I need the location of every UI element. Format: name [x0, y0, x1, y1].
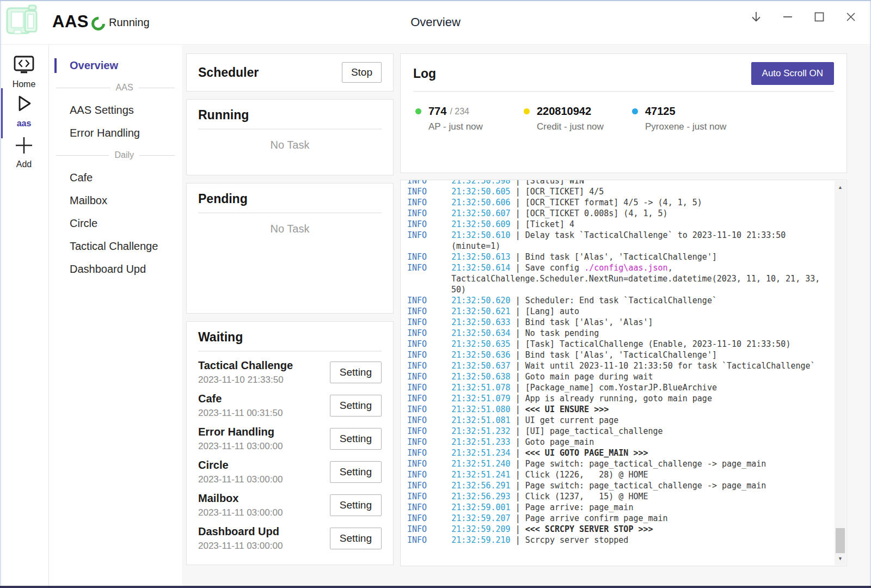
log-timestamp: 21:32:50.606 — [451, 198, 510, 207]
log-level: INFO — [407, 383, 451, 393]
log-message: Goto page_main — [525, 437, 594, 447]
log-separator: | — [511, 437, 525, 447]
log-message: [Task] TacticalChallenge (Enable, 2023-1… — [525, 339, 791, 349]
stat-suffix: / 234 — [450, 107, 469, 117]
log-message: Page arrive confirm page_main — [525, 513, 668, 523]
nav-item-dashboard-upd[interactable]: Dashboard Upd — [50, 258, 181, 280]
log-timestamp: 21:32:50.609 — [451, 219, 510, 229]
log-separator: | — [511, 307, 525, 316]
log-message: [Status] WIN — [525, 180, 584, 186]
log-message: App is already running, goto main page — [525, 394, 712, 403]
log-entry: INFO 21:32:50.620 | Scheduler: End task … — [407, 295, 822, 306]
waiting-task-info: Dashboard Upd2023-11-11 03:00:00 — [198, 525, 283, 552]
log-separator: | — [511, 492, 525, 501]
waiting-task-info: Error Handling2023-11-11 03:00:00 — [198, 426, 283, 452]
scheduler-panel: Scheduler Stop — [186, 53, 394, 91]
setting-button[interactable]: Setting — [330, 395, 382, 416]
log-stats: 774/ 234AP - just now220810942Credit - j… — [415, 105, 834, 132]
log-content: INFO 21:32:50.598 | [Status] WININFO 21:… — [407, 180, 822, 546]
waiting-task-time: 2023-11-11 03:00:00 — [198, 507, 283, 518]
log-entry: INFO 21:32:50.634 | No task pending — [407, 328, 822, 339]
waiting-task-info: Cafe2023-11-11 00:31:50 — [198, 393, 283, 419]
log-separator: | — [511, 535, 525, 545]
stop-button[interactable]: Stop — [342, 62, 382, 83]
nav-item-circle[interactable]: Circle — [50, 212, 181, 235]
log-message: Click (1237, 15) @ HOME — [525, 492, 648, 501]
log-entry: INFO 21:32:59.207 | Page arrive confirm … — [407, 513, 822, 524]
divider-line — [139, 88, 175, 88]
nav-item-tactical-challenge[interactable]: Tactical Challenge — [50, 235, 181, 258]
log-level: INFO — [407, 372, 451, 382]
log-timestamp: 21:32:50.607 — [451, 209, 510, 218]
setting-button[interactable]: Setting — [330, 428, 382, 450]
nav-item-overview[interactable]: Overview — [50, 54, 181, 77]
running-spinner-icon — [89, 14, 108, 33]
log-level: INFO — [407, 492, 451, 501]
update-download-button[interactable] — [749, 10, 763, 24]
nav-item-aas-settings[interactable]: AAS Settings — [50, 99, 181, 121]
log-level: INFO — [407, 296, 451, 305]
log-stat-ap: 774/ 234AP - just now — [415, 105, 524, 132]
log-timestamp: 21:32:51.240 — [451, 459, 510, 469]
nav-item-error-handling[interactable]: Error Handling — [50, 121, 181, 144]
log-scrollbar[interactable]: ▲ ▼ — [835, 181, 846, 565]
minimize-button[interactable] — [781, 10, 795, 24]
setting-button[interactable]: Setting — [330, 494, 382, 516]
plus-icon — [14, 135, 34, 158]
stat-value-row: 774/ 234 — [415, 105, 524, 118]
divider-line — [56, 88, 111, 88]
auto-scroll-button[interactable]: Auto Scroll ON — [751, 62, 834, 85]
stat-label: Pyroxene - just now — [632, 121, 740, 132]
stat-value: 47125 — [645, 105, 676, 118]
rail-item-add[interactable]: Add — [0, 135, 48, 169]
log-timestamp: 21:32:56.291 — [451, 481, 510, 491]
stat-color-dot-icon — [632, 108, 638, 114]
log-stat-credit: 220810942Credit - just now — [524, 105, 632, 132]
log-level: INFO — [407, 252, 451, 262]
maximize-button[interactable] — [812, 10, 826, 24]
log-message: No task pending — [525, 328, 599, 338]
log-message: UI get current page — [525, 415, 619, 425]
window-bottom-strip — [0, 586, 871, 588]
scrollbar-up-button[interactable]: ▲ — [835, 182, 846, 193]
log-separator: | — [511, 426, 525, 436]
scrollbar-thumb[interactable] — [836, 528, 845, 553]
waiting-task-info: Mailbox2023-11-11 03:00:00 — [198, 492, 283, 518]
setting-button[interactable]: Setting — [330, 362, 382, 383]
log-timestamp: 21:32:51.234 — [451, 448, 510, 458]
nav-group-divider-aas: AAS — [50, 77, 181, 99]
nav-item-cafe[interactable]: Cafe — [50, 166, 181, 189]
log-timestamp: 21:32:51.079 — [451, 394, 510, 403]
log-entry: INFO 21:32:59.210 | Scrcpy server stoppe… — [407, 535, 822, 546]
log-level: INFO — [407, 459, 451, 469]
scrollbar-down-button[interactable]: ▼ — [835, 553, 846, 564]
log-entry: INFO 21:32:51.232 | [UI] page_tactical_c… — [407, 426, 822, 437]
log-entry: INFO 21:32:50.637 | Wait until 2023-11-1… — [407, 360, 822, 371]
app-header: AAS Running Overview — [0, 0, 871, 45]
main-area: Scheduler Stop Running No Task Pending N… — [182, 45, 871, 586]
setting-button[interactable]: Setting — [330, 528, 382, 549]
window-controls — [749, 10, 858, 24]
log-message: <<< UI ENSURE >>> — [525, 405, 609, 414]
log-entry: INFO 21:32:50.614 | Save config ./config… — [407, 262, 822, 295]
rail-item-aas[interactable]: aas — [0, 92, 48, 128]
waiting-task-time: 2023-11-11 03:00:00 — [198, 441, 283, 452]
log-level: INFO — [407, 513, 451, 523]
log-level: INFO — [407, 263, 451, 273]
log-entry: INFO 21:32:50.606 | [OCR_TICKET format] … — [407, 197, 822, 208]
log-timestamp: 21:32:50.605 — [451, 187, 510, 197]
log-level: INFO — [407, 437, 451, 447]
setting-button[interactable]: Setting — [330, 461, 382, 483]
waiting-list: Tactical Challenge2023-11-10 21:33:50Set… — [198, 356, 382, 555]
log-level: INFO — [407, 448, 451, 458]
waiting-row-cafe: Cafe2023-11-11 00:31:50Setting — [198, 389, 382, 422]
close-button[interactable] — [844, 10, 858, 24]
waiting-task-time: 2023-11-11 00:31:50 — [198, 408, 283, 419]
log-entry: INFO 21:32:50.605 | [OCR_TICKET] 4/5 — [407, 186, 822, 197]
play-icon — [13, 92, 35, 117]
nav-item-mailbox[interactable]: Mailbox — [50, 189, 181, 212]
stat-value-row: 47125 — [632, 105, 740, 118]
log-level: INFO — [407, 230, 451, 240]
rail-item-home[interactable]: Home — [0, 55, 48, 89]
running-panel: Running No Task — [186, 99, 394, 175]
